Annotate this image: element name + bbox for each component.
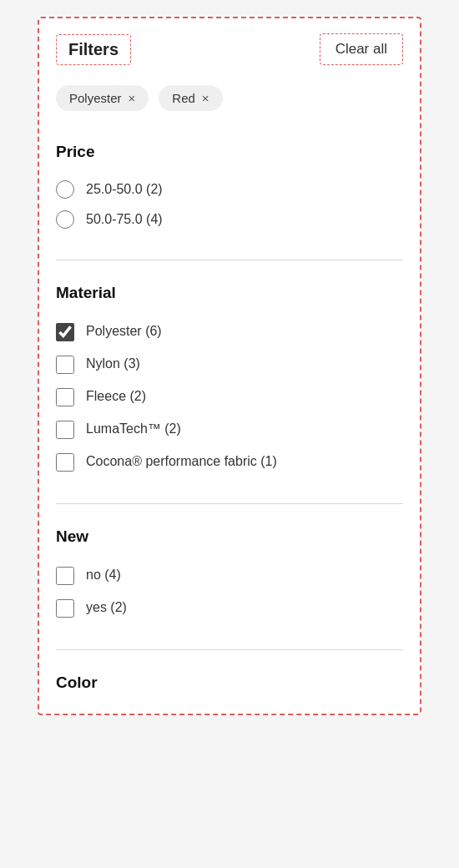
price-section-title: Price bbox=[56, 143, 403, 161]
price-label-2: 50.0-75.0 (4) bbox=[86, 212, 163, 227]
material-checkbox-cocona[interactable] bbox=[56, 453, 74, 472]
new-options: no (4) yes (2) bbox=[56, 559, 403, 634]
price-options: 25.0-50.0 (2) 50.0-75.0 (4) bbox=[56, 174, 403, 245]
material-option-polyester[interactable]: Polyester (6) bbox=[56, 315, 403, 348]
filter-chip-polyester: Polyester × bbox=[56, 85, 149, 111]
active-filters-container: Polyester × Red × bbox=[39, 77, 420, 126]
material-label-lumatech: LumaTech™ (2) bbox=[86, 420, 181, 438]
material-checkbox-lumatech[interactable] bbox=[56, 421, 74, 439]
new-option-no[interactable]: no (4) bbox=[56, 559, 403, 592]
new-option-yes[interactable]: yes (2) bbox=[56, 592, 403, 624]
material-label-fleece: Fleece (2) bbox=[86, 387, 146, 406]
new-label-yes: yes (2) bbox=[86, 598, 127, 617]
material-checkbox-fleece[interactable] bbox=[56, 388, 74, 406]
filters-title: Filters bbox=[56, 34, 131, 65]
material-label-cocona: Cocona® performance fabric (1) bbox=[86, 452, 277, 471]
new-checkbox-yes[interactable] bbox=[56, 599, 74, 618]
new-divider bbox=[56, 649, 403, 650]
color-section-title: Color bbox=[56, 674, 403, 692]
new-section: New no (4) yes (2) bbox=[39, 511, 420, 643]
clear-all-button[interactable]: Clear all bbox=[320, 33, 403, 65]
material-divider bbox=[56, 503, 403, 504]
price-label-1: 25.0-50.0 (2) bbox=[86, 182, 163, 197]
material-checkbox-polyester[interactable] bbox=[56, 323, 74, 341]
filter-chip-red: Red × bbox=[159, 85, 222, 111]
material-checkbox-nylon[interactable] bbox=[56, 356, 74, 374]
material-options: Polyester (6) Nylon (3) Fleece (2) LumaT… bbox=[56, 315, 403, 488]
panel-header: Filters Clear all bbox=[39, 18, 420, 77]
filter-chip-polyester-label: Polyester bbox=[69, 91, 122, 105]
remove-red-button[interactable]: × bbox=[202, 92, 209, 104]
price-option-2[interactable]: 50.0-75.0 (4) bbox=[56, 204, 403, 235]
price-radio-1[interactable] bbox=[56, 180, 74, 199]
material-label-polyester: Polyester (6) bbox=[86, 322, 162, 341]
material-option-nylon[interactable]: Nylon (3) bbox=[56, 348, 403, 381]
material-label-nylon: Nylon (3) bbox=[86, 355, 140, 373]
filter-chip-red-label: Red bbox=[172, 91, 195, 105]
new-label-no: no (4) bbox=[86, 566, 121, 584]
material-option-fleece[interactable]: Fleece (2) bbox=[56, 381, 403, 413]
price-option-1[interactable]: 25.0-50.0 (2) bbox=[56, 174, 403, 204]
remove-polyester-button[interactable]: × bbox=[129, 92, 136, 104]
material-option-lumatech[interactable]: LumaTech™ (2) bbox=[56, 413, 403, 446]
material-section-title: Material bbox=[56, 284, 403, 302]
color-section: Color bbox=[39, 657, 420, 714]
material-option-cocona[interactable]: Cocona® performance fabric (1) bbox=[56, 446, 403, 478]
material-section: Material Polyester (6) Nylon (3) Fleece … bbox=[39, 267, 420, 497]
new-checkbox-no[interactable] bbox=[56, 567, 74, 585]
price-divider bbox=[56, 260, 403, 260]
new-section-title: New bbox=[56, 527, 403, 546]
price-section: Price 25.0-50.0 (2) 50.0-75.0 (4) bbox=[39, 126, 420, 253]
filters-panel: Filters Clear all Polyester × Red × Pric… bbox=[38, 17, 421, 715]
price-radio-2[interactable] bbox=[56, 210, 74, 229]
